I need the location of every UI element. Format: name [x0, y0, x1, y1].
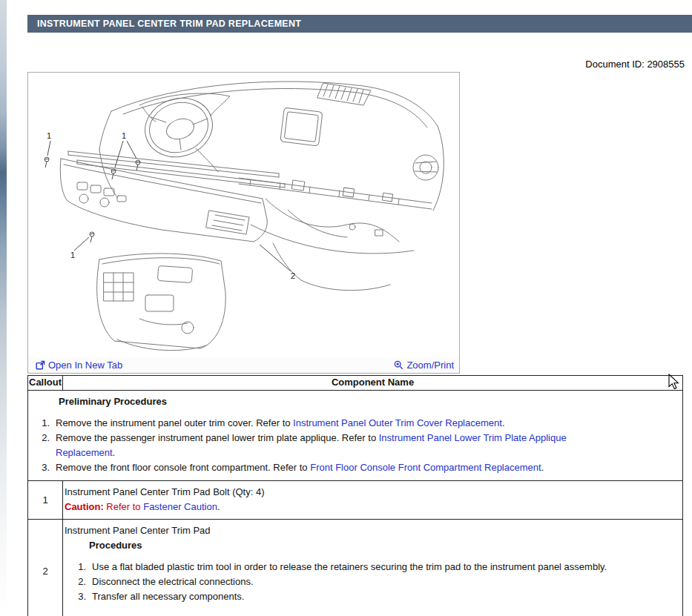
callout-number: 2 [28, 520, 63, 616]
step-suffix: . [541, 462, 544, 473]
table-row-callout-2: 2 Instrument Panel Center Trim Pad Proce… [28, 520, 682, 616]
fastener-caution-link[interactable]: Fastener Caution [143, 501, 217, 512]
preliminary-procedures-cell: Preliminary Procedures 1. Remove the ins… [28, 391, 682, 480]
preliminary-procedures-row: Preliminary Procedures 1. Remove the ins… [28, 391, 682, 481]
callout-label-1a: 1 [47, 131, 51, 140]
page-background-strip [0, 0, 7, 616]
step-text: Remove the instrument panel outer trim c… [56, 417, 293, 428]
component-cell: Instrument Panel Center Trim Pad Procedu… [63, 520, 682, 616]
callout-number: 1 [28, 481, 63, 519]
callout-label-1b: 1 [122, 131, 126, 140]
figure-toolbar: Open In New Tab Zoom/Print [28, 357, 459, 373]
defrost-vent [317, 83, 371, 105]
zoom-icon [394, 360, 403, 370]
list-text: Disconnect the electrical connections. [89, 574, 254, 589]
bolt [136, 160, 140, 170]
list-text: Transfer all necessary components. [89, 589, 244, 604]
component-cell: Instrument Panel Center Trim Pad Bolt (Q… [63, 481, 682, 519]
step-text: Remove the front floor console front com… [56, 462, 310, 473]
list-text: Remove the front floor console front com… [53, 460, 544, 475]
bolt [45, 157, 49, 168]
zoom-print-label: Zoom/Print [406, 360, 454, 371]
callout-label-1c: 1 [70, 251, 75, 259]
callout-column-header: Callout [28, 376, 63, 390]
zoom-print-link[interactable]: Zoom/Print [394, 360, 454, 371]
procedures-label: Procedures [89, 538, 676, 553]
cross-car-beam [239, 178, 432, 291]
step-suffix: . [502, 417, 505, 428]
page-title: INSTRUMENT PANEL CENTER TRIM PAD REPLACE… [37, 19, 301, 29]
list-text: Remove the instrument panel outer trim c… [53, 416, 505, 431]
open-in-new-tab-link[interactable]: Open In New Tab [36, 360, 122, 371]
figure-box: 1 1 1 2 Open In New Tab [27, 72, 460, 374]
list-item: 3. Transfer all necessary components. [65, 589, 676, 604]
table-header-row: Callout Component Name [28, 376, 682, 391]
open-in-new-tab-label: Open In New Tab [48, 360, 122, 371]
caution-line: Caution: Refer to Fastener Caution. [65, 500, 676, 514]
center-display [280, 107, 323, 146]
figure-image: 1 1 1 2 [28, 73, 459, 357]
procedure-link-outer-trim-cover[interactable]: Instrument Panel Outer Trim Cover Replac… [293, 417, 502, 428]
preliminary-procedures-title: Preliminary Procedures [59, 394, 676, 409]
list-text: Use a flat bladed plastic trim tool in o… [89, 560, 607, 574]
side-air-vent [413, 155, 438, 180]
component-name: Instrument Panel Center Trim Pad Bolt (Q… [65, 485, 676, 500]
component-name-column-header: Component Name [63, 376, 682, 390]
step-suffix: . [113, 447, 116, 458]
document-id: Document ID: 2908555 [585, 59, 685, 70]
list-number: 2. [65, 574, 89, 589]
list-item: 2. Remove the passenger instrument panel… [28, 431, 676, 460]
list-item: 1. Use a flat bladed plastic trim tool i… [65, 560, 676, 574]
open-in-new-tab-icon [36, 360, 45, 370]
step-text: Remove the passenger instrument panel lo… [56, 432, 379, 443]
caution-label: Caution: [65, 501, 104, 512]
procedure-link-front-compartment[interactable]: Front Floor Console Front Compartment Re… [310, 462, 541, 473]
list-item: 2. Disconnect the electrical connections… [65, 574, 676, 589]
list-number: 3. [28, 460, 53, 475]
section-title-bar: INSTRUMENT PANEL CENTER TRIM PAD REPLACE… [27, 15, 692, 33]
preliminary-steps-list: 1. Remove the instrument panel outer tri… [28, 416, 676, 475]
list-number: 1. [28, 416, 53, 431]
floor-console [97, 254, 226, 351]
callout-label-2: 2 [291, 271, 295, 280]
trim-pad-diagram: 1 1 1 2 [28, 73, 459, 357]
procedure-steps-list: 1. Use a flat bladed plastic trim tool i… [65, 560, 676, 604]
caution-suffix: . [217, 501, 220, 512]
list-number: 2. [28, 431, 53, 460]
list-item: 3. Remove the front floor console front … [28, 460, 676, 475]
dashboard-outline [99, 82, 444, 211]
bolt [90, 232, 94, 242]
center-trim-pad [60, 159, 267, 242]
list-number: 1. [65, 560, 89, 574]
component-name: Instrument Panel Center Trim Pad [65, 523, 676, 538]
caution-text: Refer to [104, 501, 143, 512]
list-number: 3. [65, 589, 89, 604]
table-row-callout-1: 1 Instrument Panel Center Trim Pad Bolt … [28, 481, 682, 520]
list-text: Remove the passenger instrument panel lo… [53, 431, 617, 460]
list-item: 1. Remove the instrument panel outer tri… [28, 416, 676, 431]
component-table: Callout Component Name Preliminary Proce… [27, 375, 683, 616]
